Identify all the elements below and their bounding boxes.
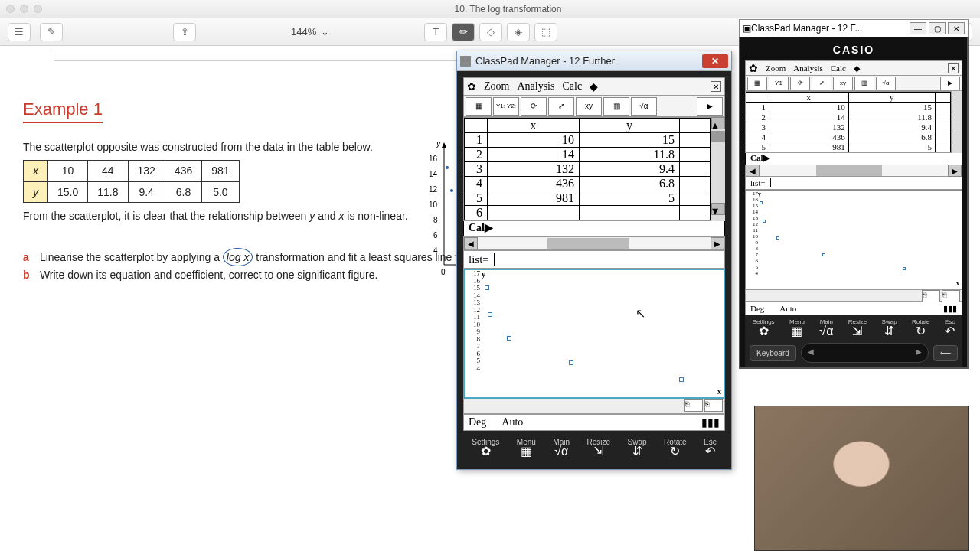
classpad-window-small[interactable]: ▣ ClassPad Manager - 12 F... — ▢ ✕ CASIO… bbox=[739, 19, 969, 369]
svg-text:16: 16 bbox=[429, 155, 438, 163]
casio-logo: CASIO bbox=[745, 42, 962, 60]
back-key[interactable]: ⟵ bbox=[933, 345, 958, 361]
horizontal-scrollbar[interactable]: ◀▶ bbox=[463, 236, 725, 250]
zoom-value: 144% bbox=[291, 26, 316, 37]
svg-text:6: 6 bbox=[433, 231, 438, 240]
text-tool-button[interactable]: T bbox=[424, 23, 447, 41]
casio-hardware-keys[interactable]: Keyboard ⟵ bbox=[745, 338, 962, 367]
small-titlebar[interactable]: ▣ ClassPad Manager - 12 F... — ▢ ✕ bbox=[739, 19, 969, 37]
spreadsheet[interactable]: xy 11015 21411.8 31329.4 44366.8 59815 6 bbox=[463, 117, 711, 221]
svg-point-12 bbox=[446, 166, 449, 169]
list-input[interactable] bbox=[495, 251, 724, 268]
classpad-menubar[interactable]: ✿ Zoom Analysis Calc ◆ ✕ bbox=[463, 77, 725, 96]
sqrt-alpha-icon[interactable]: √α bbox=[631, 97, 657, 116]
svg-text:10: 10 bbox=[429, 201, 438, 209]
small-scatter-plot[interactable]: 1716151413121110987654 y x bbox=[745, 190, 962, 289]
bottom-toolbar[interactable]: Settings✿ Menu▦ Main√α Resize⇲ Swap⇵ Rot… bbox=[463, 431, 725, 463]
mac-titlebar: 10. The log transformation bbox=[0, 0, 980, 18]
shape-tool-button[interactable]: ◈ bbox=[507, 23, 530, 41]
swap-button[interactable]: Swap⇵ bbox=[628, 438, 647, 456]
marker-tool-button[interactable]: ✏ bbox=[452, 23, 475, 41]
svg-text:0: 0 bbox=[441, 268, 446, 276]
keyboard-key[interactable]: Keyboard bbox=[750, 345, 796, 361]
log-x-circled: log x bbox=[223, 248, 253, 266]
small-title: ClassPad Manager - 12 F... bbox=[751, 23, 907, 34]
window-traffic-lights[interactable] bbox=[6, 5, 42, 13]
small-iconbar[interactable]: ▦Y1 ⟳⤢ xy▥ √α▶ bbox=[745, 76, 962, 91]
crop-tool-button[interactable]: ⬚ bbox=[534, 23, 557, 41]
small-menubar[interactable]: ✿ Zoom Analysis Calc ◆ ✕ bbox=[745, 60, 962, 76]
data-table: x 10 44 132 436 981 y 15.0 11.8 9.4 6.8 … bbox=[23, 160, 240, 203]
small-copy-bar[interactable]: ⎘⎘ bbox=[745, 289, 962, 302]
small-status: Deg Auto ▮▮▮ bbox=[745, 302, 962, 315]
menu-diamond-icon[interactable]: ◆ bbox=[590, 80, 598, 93]
edit-button[interactable]: ✎ bbox=[40, 23, 63, 41]
menu-zoom[interactable]: Zoom bbox=[484, 80, 509, 93]
gear-icon[interactable]: ✿ bbox=[467, 80, 476, 93]
battery-icon: ▮▮▮ bbox=[701, 416, 720, 429]
small-vscroll[interactable] bbox=[952, 91, 962, 153]
list-input-row[interactable]: list= bbox=[463, 250, 725, 269]
svg-marker-2 bbox=[442, 142, 446, 148]
y-header: y bbox=[24, 181, 48, 202]
panel-close-icon[interactable]: ✕ bbox=[710, 81, 721, 92]
esc-button[interactable]: Esc↶ bbox=[704, 438, 717, 456]
close-button[interactable]: ✕ bbox=[948, 22, 965, 34]
share-button[interactable]: ⇪ bbox=[173, 23, 196, 41]
hist-icon[interactable]: ▥ bbox=[603, 97, 629, 116]
data-point bbox=[679, 377, 684, 382]
main-button[interactable]: Main√α bbox=[553, 438, 570, 456]
x-header: x bbox=[24, 161, 48, 181]
menu-calc[interactable]: Calc bbox=[562, 80, 582, 93]
svg-text:y: y bbox=[436, 139, 442, 148]
settings-button[interactable]: Settings✿ bbox=[472, 438, 499, 456]
small-list-row[interactable]: list= bbox=[745, 176, 962, 190]
panel-close-icon[interactable]: ✕ bbox=[948, 63, 959, 73]
gear-icon[interactable]: ✿ bbox=[749, 62, 758, 75]
table-icon[interactable]: ▦ bbox=[466, 97, 492, 116]
small-hscroll[interactable]: ◀▶ bbox=[745, 165, 962, 176]
play-icon[interactable]: ▶ bbox=[697, 97, 723, 116]
y-axis-ticks: 1716151413121110987654 bbox=[466, 270, 480, 372]
small-spreadsheet[interactable]: xy 11015 21411.8 31329.4 44366.8 59815 bbox=[745, 91, 952, 153]
document-title: 10. The log transformation bbox=[42, 4, 974, 15]
y1y2-icon[interactable]: Y1: Y2: bbox=[493, 97, 519, 116]
maximize-button[interactable]: ▢ bbox=[929, 22, 946, 34]
vertical-scrollbar[interactable]: ▴ ▾ bbox=[711, 117, 725, 221]
menu-analysis[interactable]: Analysis bbox=[517, 80, 554, 93]
xy-icon[interactable]: xy bbox=[576, 97, 602, 116]
list-label: list= bbox=[464, 253, 495, 266]
sidebar-toggle-button[interactable]: ☰ bbox=[8, 23, 31, 41]
copy-bar[interactable]: ⎘ ⎘ bbox=[463, 399, 725, 414]
data-point bbox=[488, 312, 492, 317]
svg-text:8: 8 bbox=[433, 216, 438, 224]
rotate-button[interactable]: Rotate↻ bbox=[664, 438, 686, 456]
after-table-text: From the scatterplot, it is clear that t… bbox=[23, 207, 421, 224]
menu-button[interactable]: Menu▦ bbox=[517, 438, 536, 456]
eraser-tool-button[interactable]: ◇ bbox=[479, 23, 502, 41]
task-a-label: a bbox=[23, 249, 37, 266]
copy-icon[interactable]: ⎘ bbox=[684, 399, 703, 412]
scatter-plot-panel[interactable]: 1716151413121110987654 y x bbox=[463, 269, 725, 399]
close-button[interactable]: ✕ bbox=[702, 54, 728, 68]
paste-icon[interactable]: ⎘ bbox=[704, 399, 723, 412]
data-point bbox=[569, 360, 573, 365]
refresh-icon[interactable]: ⟳ bbox=[521, 97, 547, 116]
cal-row[interactable]: Cal▶ bbox=[463, 221, 725, 236]
small-cal[interactable]: Cal▶ bbox=[745, 153, 962, 165]
classpad-titlebar[interactable]: ClassPad Manager - 12 Further ✕ bbox=[457, 51, 731, 71]
classpad-app-icon bbox=[460, 56, 471, 67]
dpad-key[interactable] bbox=[801, 343, 929, 363]
resize-button[interactable]: Resize⇲ bbox=[587, 438, 611, 456]
fit-icon[interactable]: ⤢ bbox=[548, 97, 574, 116]
minimize-button[interactable]: — bbox=[910, 22, 926, 34]
small-bottom-toolbar[interactable]: Settings✿ Menu▦ Main√α Resize⇲ Swap⇵ Rot… bbox=[745, 315, 962, 338]
data-point bbox=[507, 336, 511, 341]
classpad-iconbar[interactable]: ▦ Y1: Y2: ⟳ ⤢ xy ▥ √α ▶ bbox=[463, 96, 725, 117]
x-axis-label: x bbox=[717, 387, 721, 396]
small-list-input[interactable] bbox=[771, 177, 962, 189]
classpad-window-large[interactable]: ClassPad Manager - 12 Further ✕ ✿ Zoom A… bbox=[456, 51, 732, 470]
webcam-overlay bbox=[754, 406, 969, 551]
zoom-control[interactable]: 144% ⌄ bbox=[291, 26, 329, 37]
svg-text:14: 14 bbox=[429, 170, 438, 178]
